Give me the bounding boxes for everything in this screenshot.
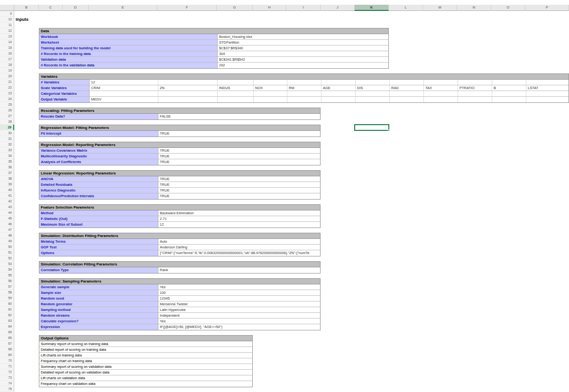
- row-value[interactable]: TRUE: [158, 131, 320, 137]
- row-header-14[interactable]: 14: [0, 39, 14, 45]
- row-header-58[interactable]: 58: [0, 290, 14, 295]
- row-label[interactable]: Detailed Residuals: [39, 182, 158, 187]
- empty-cell[interactable]: [355, 91, 389, 96]
- scale-variable[interactable]: NOX: [253, 85, 287, 91]
- row-label[interactable]: # Records in the training data: [39, 51, 217, 56]
- row-header-30[interactable]: 30: [0, 130, 14, 136]
- output-option[interactable]: Lift charts on validation data: [39, 375, 252, 381]
- row-label[interactable]: Options: [39, 250, 158, 256]
- row-header-60[interactable]: 60: [0, 301, 14, 307]
- row-header-29[interactable]: 29: [0, 125, 14, 130]
- row-value[interactable]: Latin Hypercube: [158, 307, 320, 312]
- column-header-B[interactable]: B: [14, 5, 39, 11]
- row-header-52[interactable]: 52: [0, 255, 14, 261]
- row-header-41[interactable]: 41: [0, 193, 14, 199]
- row-header-75[interactable]: 75: [0, 386, 14, 392]
- row-value[interactable]: $C$37:$R$340: [217, 46, 388, 51]
- row-header-27[interactable]: 27: [0, 113, 14, 119]
- row-value[interactable]: {"CRIM":{"numTerms":5,"lb":0.00632000000…: [158, 250, 320, 256]
- row-label[interactable]: Random generator: [39, 301, 158, 307]
- row-label[interactable]: Validation data: [39, 57, 217, 62]
- row-header-59[interactable]: 59: [0, 295, 14, 301]
- output-option[interactable]: Detailed report of scoring on validation…: [39, 370, 252, 375]
- row-value[interactable]: IF([@AGE]<50, [@MEDV], "AGE>=50"): [158, 324, 320, 330]
- column-header-E[interactable]: E: [89, 5, 157, 11]
- row-value[interactable]: TRUE: [158, 176, 320, 182]
- scale-variable[interactable]: LSTAT: [526, 85, 569, 91]
- row-header-67[interactable]: 67: [0, 341, 14, 346]
- empty-cell[interactable]: [526, 80, 569, 85]
- row-value[interactable]: FALSE: [158, 114, 320, 119]
- row-value[interactable]: 202: [217, 63, 388, 68]
- row-label[interactable]: Multicollinearity Diagnostic: [39, 154, 158, 159]
- output-option[interactable]: Frequency chart on training data: [39, 358, 252, 364]
- row-value[interactable]: Auto: [158, 239, 320, 244]
- row-value[interactable]: Backward Elimination: [158, 210, 320, 216]
- column-header-M[interactable]: M: [423, 5, 457, 11]
- empty-cell[interactable]: [492, 91, 526, 96]
- row-header-72[interactable]: 72: [0, 369, 14, 375]
- section-header-linear-regression[interactable]: Linear Regression: Reporting Parameters: [39, 171, 320, 176]
- categorical-variables-value[interactable]: [89, 91, 158, 96]
- scale-variable[interactable]: RAD: [389, 85, 423, 91]
- empty-cell[interactable]: [287, 91, 321, 96]
- row-value[interactable]: TRUE: [158, 182, 320, 187]
- empty-cell[interactable]: [321, 91, 355, 96]
- empty-cell[interactable]: [492, 97, 526, 102]
- output-option[interactable]: Lift charts on training data: [39, 353, 252, 358]
- empty-cell[interactable]: [217, 97, 253, 102]
- empty-cell[interactable]: [158, 80, 217, 85]
- row-label[interactable]: # Records in the validation data: [39, 63, 217, 68]
- row-header-51[interactable]: 51: [0, 250, 14, 255]
- row-label[interactable]: Analysis of Coefficients: [39, 159, 158, 165]
- row-header-38[interactable]: 38: [0, 176, 14, 182]
- row-header-39[interactable]: 39: [0, 182, 14, 187]
- empty-cell[interactable]: [321, 97, 355, 102]
- row-value[interactable]: 100: [158, 290, 320, 295]
- column-header-L[interactable]: L: [389, 5, 423, 11]
- empty-cell[interactable]: [217, 91, 253, 96]
- select-all-corner[interactable]: [0, 5, 14, 11]
- scale-variable[interactable]: DIS: [355, 85, 389, 91]
- row-value[interactable]: Independent: [158, 313, 320, 318]
- output-option[interactable]: Summary report of scoring on training da…: [39, 341, 252, 346]
- row-value[interactable]: STDPartition: [217, 40, 388, 45]
- row-label[interactable]: # Variables: [39, 80, 89, 85]
- row-label[interactable]: Generate sample: [39, 284, 158, 290]
- row-label[interactable]: Influence Diagnostic: [39, 188, 158, 193]
- section-header-sim-correlation[interactable]: Simulation: Correlation Fitting Paramete…: [39, 262, 320, 267]
- row-header-22[interactable]: 22: [0, 85, 14, 91]
- column-header-N[interactable]: N: [457, 5, 491, 11]
- column-header-G[interactable]: G: [217, 5, 253, 11]
- empty-cell[interactable]: [389, 91, 423, 96]
- empty-cell[interactable]: [492, 80, 526, 85]
- empty-cell[interactable]: [253, 97, 287, 102]
- empty-cell[interactable]: [423, 97, 458, 102]
- column-header-D[interactable]: D: [63, 5, 89, 11]
- empty-cell[interactable]: [423, 80, 458, 85]
- column-header-I[interactable]: I: [286, 5, 321, 11]
- row-header-11[interactable]: 11: [0, 22, 14, 28]
- selected-cell-K29[interactable]: [354, 124, 389, 131]
- row-header-12[interactable]: 12: [0, 28, 14, 34]
- row-label[interactable]: Random seed: [39, 296, 158, 301]
- output-option[interactable]: Frequency chart on validation data: [39, 381, 252, 387]
- row-header-23[interactable]: 23: [0, 91, 14, 96]
- empty-cell[interactable]: [389, 80, 423, 85]
- row-header-19[interactable]: 19: [0, 68, 14, 73]
- row-header-32[interactable]: 32: [0, 142, 14, 147]
- row-value[interactable]: 304: [217, 51, 388, 56]
- row-label[interactable]: Categorical Variables: [39, 91, 89, 96]
- row-header-36[interactable]: 36: [0, 164, 14, 170]
- empty-cell[interactable]: [458, 97, 492, 102]
- empty-cell[interactable]: [321, 80, 355, 85]
- section-header-sim-sampling[interactable]: Simulation: Sampling Parameters: [39, 279, 320, 284]
- empty-cell[interactable]: [217, 80, 253, 85]
- section-header-feature-selection[interactable]: Feature Selection Parameters: [39, 205, 320, 210]
- row-value[interactable]: TRUE: [158, 159, 320, 165]
- row-header-55[interactable]: 55: [0, 273, 14, 278]
- column-header-J[interactable]: J: [321, 5, 355, 11]
- row-value[interactable]: 12345: [158, 296, 320, 301]
- row-label[interactable]: Metalog Terms: [39, 239, 158, 244]
- empty-cell[interactable]: [158, 97, 217, 102]
